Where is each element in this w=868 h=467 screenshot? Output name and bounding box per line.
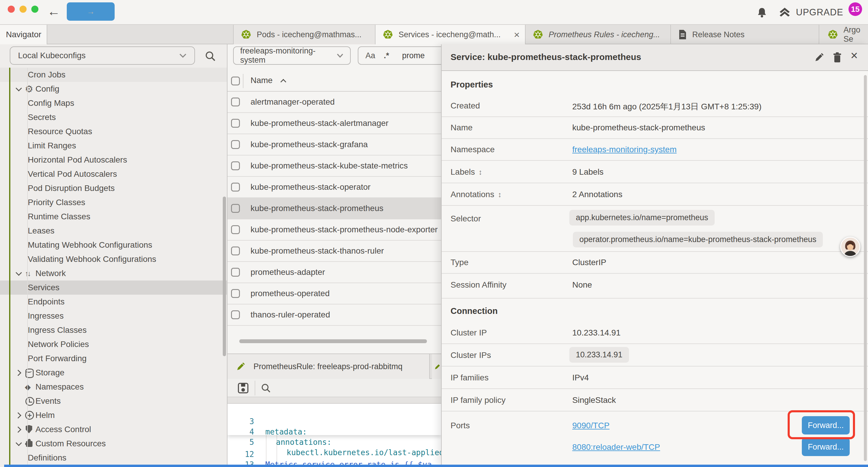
sidebar-tree-item[interactable]: Limit Ranges (0, 139, 227, 153)
tree-chevron-icon[interactable] (15, 255, 25, 264)
tree-chevron-icon[interactable] (15, 85, 25, 93)
tree-chevron-icon[interactable] (15, 226, 25, 235)
sidebar-tree-item[interactable]: Network Policies (0, 337, 227, 351)
tree-chevron-icon[interactable] (15, 326, 25, 334)
sidebar-tree-item[interactable]: Priority Classes (0, 195, 227, 209)
tree-chevron-icon[interactable] (15, 397, 25, 406)
details-scrollbar-thumb[interactable] (864, 75, 867, 461)
notifications-bell-icon[interactable] (757, 7, 767, 18)
namespace-link[interactable]: freeleaps-monitoring-system (572, 145, 677, 154)
tree-chevron-icon[interactable] (15, 382, 25, 391)
table-row[interactable]: kube-prometheus-stack-thanos-ruler (227, 241, 441, 262)
tree-chevron-icon[interactable] (15, 170, 25, 178)
back-button[interactable]: ← (47, 2, 60, 20)
tree-chevron-icon[interactable] (15, 283, 25, 292)
tree-chevron-icon[interactable] (15, 454, 25, 462)
minimize-window-button[interactable] (20, 6, 27, 13)
tree-chevron-icon[interactable] (15, 425, 25, 434)
tree-chevron-icon[interactable] (15, 184, 25, 193)
sidebar-scrollbar-thumb[interactable] (223, 197, 226, 356)
tree-chevron-icon[interactable] (15, 297, 25, 306)
tree-chevron-icon[interactable] (15, 212, 25, 221)
delete-trash-icon[interactable] (833, 52, 842, 63)
row-checkbox[interactable] (231, 268, 240, 276)
row-checkbox[interactable] (231, 119, 240, 128)
sidebar-tree-item[interactable]: Services (0, 281, 227, 295)
editor-search-icon[interactable] (260, 383, 271, 393)
sidebar-tree-item[interactable]: Cron Jobs (0, 68, 227, 82)
sidebar-tree-item[interactable]: Config Maps (0, 96, 227, 110)
forward-button[interactable]: → (67, 2, 115, 21)
tree-chevron-icon[interactable] (15, 312, 25, 320)
sidebar-tree-item[interactable]: Validating Webhook Configurations (0, 252, 227, 266)
row-checkbox[interactable] (231, 225, 240, 234)
navigator-tab[interactable]: Navigator (0, 25, 47, 44)
kubeconfig-select[interactable]: Local Kubeconfigs (10, 47, 195, 65)
table-row[interactable]: alertmanager-operated (227, 92, 441, 113)
resource-search-input[interactable]: Aa .* prome (358, 47, 441, 65)
sidebar-tree-item[interactable]: Ingress Classes (0, 323, 227, 337)
tree-chevron-icon[interactable] (15, 439, 25, 448)
tab-pods[interactable]: Pods - icecheng@mathmas... (233, 25, 375, 44)
port-link-8080[interactable]: 8080:reloader-web/TCP (572, 442, 660, 452)
port-link-9090[interactable]: 9090/TCP (572, 421, 610, 430)
sidebar-tree-item[interactable]: Definitions (0, 451, 227, 465)
table-horizontal-scrollbar-thumb[interactable] (239, 339, 427, 343)
regex-icon[interactable]: .* (384, 51, 389, 60)
tree-chevron-icon[interactable] (15, 198, 25, 207)
table-row[interactable]: kube-prometheus-stack-grafana (227, 134, 441, 155)
table-row[interactable]: kube-prometheus-stack-prometheus (227, 198, 441, 219)
sort-ascending-icon[interactable] (280, 79, 286, 85)
expand-collapse-icon[interactable]: ↕ (498, 191, 502, 199)
sidebar-tree-item[interactable]: Secrets (0, 110, 227, 124)
table-row[interactable]: thanos-ruler-operated (227, 304, 441, 326)
row-checkbox[interactable] (231, 140, 240, 149)
sidebar-tree-item[interactable]: Endpoints (0, 295, 227, 309)
tab-argo[interactable]: Argo Se (820, 25, 868, 44)
table-row[interactable]: kube-prometheus-stack-operator (227, 177, 441, 198)
sidebar-tree-item[interactable]: Port Forwarding (0, 351, 227, 366)
tab-prometheus-rules[interactable]: Prometheus Rules - icecheng... (526, 25, 671, 44)
tree-chevron-icon[interactable] (15, 411, 25, 420)
sidebar-tree-item[interactable]: Vertical Pod Autoscalers (0, 167, 227, 181)
row-checkbox[interactable] (231, 162, 240, 170)
sidebar-tree-item[interactable]: Horizontal Pod Autoscalers (0, 153, 227, 167)
row-checkbox[interactable] (231, 183, 240, 192)
row-checkbox[interactable] (231, 310, 240, 319)
expand-collapse-icon[interactable]: ↕ (478, 168, 483, 176)
tree-chevron-icon[interactable] (15, 354, 25, 363)
avatar[interactable] (840, 237, 860, 257)
tree-chevron-icon[interactable] (15, 241, 25, 250)
editor-tab-next-clipped[interactable] (432, 354, 441, 379)
sidebar-tree-item[interactable]: Pod Disruption Budgets (0, 181, 227, 195)
table-row[interactable]: kube-prometheus-stack-prometheus-node-ex… (227, 219, 441, 241)
editor-tab-prometheusrule[interactable]: PrometheusRule: freeleaps-prod-rabbitmq (227, 354, 430, 379)
sidebar-tree-item[interactable]: Resource Quotas (0, 124, 227, 139)
notification-count-badge[interactable]: 15 (848, 2, 862, 16)
tree-chevron-icon[interactable] (15, 127, 25, 136)
tree-chevron-icon[interactable] (15, 368, 25, 377)
sidebar-tree-item[interactable]: Helm (0, 408, 227, 422)
table-row[interactable]: kube-prometheus-stack-alertmanager (227, 113, 441, 134)
sidebar-tree-item[interactable]: Access Control (0, 422, 227, 437)
close-tab-icon[interactable]: × (514, 29, 520, 40)
tree-chevron-icon[interactable] (15, 99, 25, 108)
save-icon[interactable] (238, 382, 249, 394)
forward-port-button-8080[interactable]: Forward... (802, 438, 850, 456)
match-case-icon[interactable]: Aa (366, 51, 375, 60)
sidebar-tree-item[interactable]: Namespaces (0, 380, 227, 394)
tree-chevron-icon[interactable] (15, 340, 25, 349)
sidebar-tree-item[interactable]: Leases (0, 224, 227, 238)
sidebar-tree-item[interactable]: Events (0, 394, 227, 408)
close-icon[interactable]: × (850, 49, 858, 63)
table-row[interactable]: prometheus-operated (227, 283, 441, 304)
sidebar-tree-item[interactable]: Mutating Webhook Configurations (0, 238, 227, 252)
row-checkbox[interactable] (231, 246, 240, 255)
tab-release-notes[interactable]: Release Notes (671, 25, 819, 44)
upgrade-button[interactable]: UPGRADE (796, 7, 843, 18)
table-row[interactable]: kube-prometheus-stack-kube-state-metrics (227, 155, 441, 177)
tree-chevron-icon[interactable] (15, 141, 25, 150)
sidebar-tree-item[interactable]: Runtime Classes (0, 209, 227, 224)
tree-chevron-icon[interactable] (15, 269, 25, 278)
tab-services-active[interactable]: Services - icecheng@math... × (375, 25, 526, 44)
